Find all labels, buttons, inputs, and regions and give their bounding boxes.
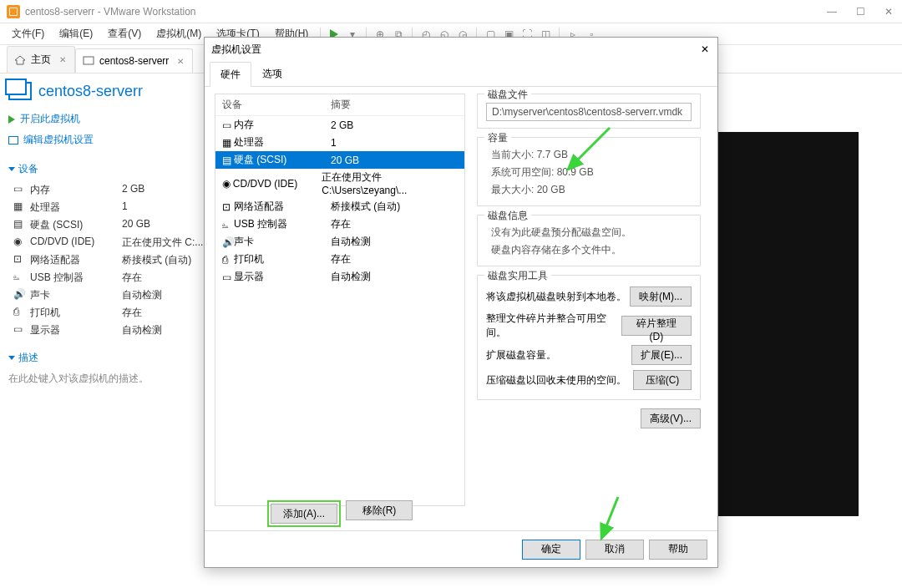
tab-hardware[interactable]: 硬件	[210, 62, 251, 87]
menu-file[interactable]: 文件(F)	[5, 24, 51, 43]
left-panel: centos8-serverr 开启此虚拟机 编辑虚拟机设置 设备 ▭内存2 G…	[0, 74, 215, 588]
dev-value: 1	[122, 200, 128, 215]
home-icon	[14, 55, 26, 65]
dialog-title: 虚拟机设置	[211, 43, 261, 57]
tab-close-icon[interactable]: ✕	[59, 55, 66, 64]
hw-icon: ▭	[222, 271, 234, 283]
edit-settings-link[interactable]: 编辑虚拟机设置	[8, 129, 206, 150]
close-button[interactable]: ✕	[882, 6, 895, 18]
defrag-text: 整理文件碎片并整合可用空间。	[486, 312, 621, 340]
hw-name: 内存	[234, 118, 331, 132]
menu-edit[interactable]: 编辑(E)	[53, 24, 99, 43]
hw-icon: ▤	[222, 155, 234, 166]
power-on-label: 开启此虚拟机	[20, 112, 80, 126]
disk-info-label: 磁盘信息	[484, 209, 531, 223]
description-section-header[interactable]: 描述	[8, 351, 206, 365]
svg-marker-1	[15, 56, 25, 64]
vm-tab-icon	[83, 56, 94, 66]
caret-down-icon	[8, 356, 15, 360]
minimize-button[interactable]: —	[825, 6, 839, 18]
hardware-row[interactable]: ▦处理器1	[215, 134, 464, 151]
hw-icon: ⊡	[222, 201, 234, 213]
hardware-row[interactable]: ◉CD/DVD (IDE)正在使用文件 C:\Users\zeyang\...	[215, 169, 464, 198]
maximize-button[interactable]: ☐	[854, 6, 867, 18]
power-on-link[interactable]: 开启此虚拟机	[8, 109, 206, 129]
hw-summary: 2 GB	[331, 119, 353, 131]
memory-icon: ▭	[13, 183, 25, 193]
dev-name: CD/DVD (IDE)	[30, 236, 122, 250]
hardware-row[interactable]: 🔊声卡自动检测	[215, 233, 464, 251]
dev-name: 显示器	[30, 323, 122, 337]
compact-text: 压缩磁盘以回收未使用的空间。	[486, 373, 626, 388]
map-button[interactable]: 映射(M)...	[630, 286, 692, 307]
dev-name: 网络适配器	[30, 253, 122, 267]
add-button[interactable]: 添加(A)...	[271, 504, 337, 524]
hw-name: 打印机	[234, 252, 331, 266]
hw-name: 声卡	[234, 235, 331, 249]
dev-name: USB 控制器	[30, 271, 122, 285]
disk-file-input[interactable]	[486, 103, 692, 121]
hw-summary: 自动检测	[331, 235, 371, 249]
hw-name: 处理器	[234, 135, 331, 150]
annotation-arrow-icon	[560, 124, 618, 182]
hw-summary: 正在使用文件 C:\Users\zeyang\...	[322, 170, 458, 196]
max-size: 最大大小: 20 GB	[486, 181, 692, 199]
defrag-button[interactable]: 碎片整理(D)	[621, 316, 692, 336]
menu-vm[interactable]: 虚拟机(M)	[149, 24, 208, 43]
description-label: 描述	[18, 351, 38, 365]
edit-settings-label: 编辑虚拟机设置	[23, 133, 94, 147]
hardware-row[interactable]: ⎁USB 控制器存在	[215, 215, 464, 233]
description-placeholder[interactable]: 在此处键入对该虚拟机的描述。	[8, 372, 206, 386]
settings-icon	[8, 136, 18, 144]
advanced-button[interactable]: 高级(V)...	[641, 408, 701, 428]
ok-button[interactable]: 确定	[522, 540, 580, 560]
dev-value: 桥接模式 (自动)	[122, 253, 191, 267]
hardware-row[interactable]: ⎙打印机存在	[215, 251, 464, 268]
vm-settings-dialog: 虚拟机设置 ✕ 硬件 选项 设备 摘要 ▭内存2 GB▦处理器1▤硬盘 (SCS…	[204, 37, 718, 568]
dev-value: 自动检测	[122, 288, 162, 302]
hw-name: USB 控制器	[234, 217, 331, 231]
dialog-close-button[interactable]: ✕	[699, 43, 711, 55]
dev-name: 处理器	[30, 200, 122, 215]
window-title: centos8-serverr - VMware Workstation	[25, 6, 825, 18]
remove-button[interactable]: 移除(R)	[346, 500, 413, 520]
hw-icon: ▭	[222, 119, 234, 131]
printer-icon: ⎙	[13, 306, 25, 316]
display-icon: ▭	[13, 323, 25, 333]
annotation-arrow-icon	[595, 493, 628, 551]
hw-name: 网络适配器	[234, 200, 331, 214]
hardware-row[interactable]: ⊡网络适配器桥接模式 (自动)	[215, 198, 464, 215]
expand-button[interactable]: 扩展(E)...	[631, 345, 692, 365]
tab-vm-label: centos8-serverr	[99, 55, 169, 67]
hardware-row[interactable]: ▭显示器自动检测	[215, 268, 464, 286]
hw-summary: 桥接模式 (自动)	[331, 200, 400, 214]
tab-vm[interactable]: centos8-serverr ✕	[75, 48, 193, 73]
hw-name: CD/DVD (IDE)	[233, 178, 322, 190]
dev-value: 正在使用文件 C:...	[122, 236, 203, 250]
tab-close-icon[interactable]: ✕	[177, 57, 184, 66]
vm-title: centos8-serverr	[38, 83, 143, 100]
disk-util-group: 磁盘实用工具 将该虚拟机磁盘映射到本地卷。映射(M)... 整理文件碎片并整合可…	[477, 275, 701, 400]
hardware-row[interactable]: ▭内存2 GB	[215, 116, 464, 134]
dev-value: 存在	[122, 306, 142, 320]
help-button[interactable]: 帮助	[649, 540, 707, 560]
disk-info-line: 没有为此硬盘预分配磁盘空间。	[486, 224, 692, 241]
hw-summary: 20 GB	[331, 155, 359, 166]
compact-button[interactable]: 压缩(C)	[633, 370, 692, 390]
capacity-label: 容量	[484, 131, 511, 145]
tab-home-label: 主页	[31, 53, 51, 67]
devices-section-header[interactable]: 设备	[8, 162, 206, 176]
tab-home[interactable]: 主页 ✕	[7, 46, 75, 73]
svg-line-6	[601, 497, 618, 539]
dev-value: 2 GB	[122, 183, 144, 197]
hw-summary: 存在	[331, 217, 351, 231]
dev-value: 自动检测	[122, 323, 162, 337]
svg-line-4	[568, 128, 610, 170]
menu-view[interactable]: 查看(V)	[101, 24, 148, 43]
hardware-row[interactable]: ▤硬盘 (SCSI)20 GB	[215, 151, 464, 169]
hw-summary: 1	[331, 137, 337, 149]
dev-name: 打印机	[30, 306, 122, 320]
hw-icon: ◉	[222, 178, 233, 190]
tab-options[interactable]: 选项	[251, 61, 293, 86]
dev-value: 存在	[122, 271, 142, 285]
